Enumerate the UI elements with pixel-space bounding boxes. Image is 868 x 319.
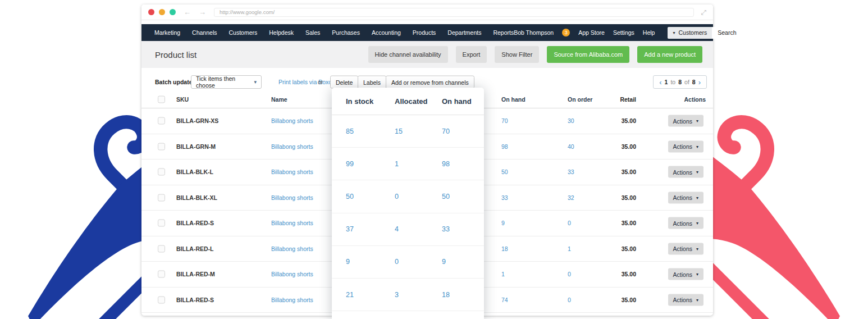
overlay-in-stock-value[interactable]: 85 [346, 127, 354, 135]
hide-channel-availability-button[interactable]: Hide channel availability [368, 46, 448, 63]
row-on-order-link[interactable]: 1 [568, 245, 571, 252]
overlay-on-hand-value[interactable]: 9 [442, 258, 446, 266]
nav-item-channels[interactable]: Channels [192, 29, 217, 36]
row-name-link[interactable]: Billabong shorts [271, 220, 313, 226]
nav-item-products[interactable]: Products [413, 29, 436, 36]
row-actions-button[interactable]: Actions▾ [668, 115, 703, 127]
overlay-on-hand-value[interactable]: 18 [442, 291, 450, 299]
row-checkbox[interactable] [158, 117, 165, 125]
batch-action-select[interactable]: Tick items then choose ▾ [191, 75, 262, 89]
row-checkbox[interactable] [158, 143, 165, 150]
overlay-in-stock-value[interactable]: 37 [346, 225, 354, 233]
add-remove-channels-button[interactable]: Add or remove from channels [386, 76, 474, 89]
overlay-on-hand-value[interactable]: 50 [442, 193, 450, 200]
back-arrow-icon[interactable]: ← [184, 8, 191, 16]
pagination-to: to [670, 79, 675, 85]
nav-item-settings[interactable]: Settings [613, 29, 634, 36]
overlay-in-stock-value[interactable]: 21 [346, 291, 354, 299]
row-checkbox[interactable] [158, 168, 165, 176]
row-checkbox[interactable] [158, 220, 165, 227]
show-filter-button[interactable]: Show Filter [495, 46, 539, 63]
overlay-allocated-value[interactable]: 3 [395, 291, 399, 299]
print-labels-link[interactable]: Print labels via Boxora [278, 79, 337, 85]
row-on-hand-link[interactable]: 1 [501, 271, 505, 277]
row-checkbox[interactable] [158, 194, 165, 201]
overlay-allocated-value[interactable]: 4 [395, 225, 399, 233]
notification-badge[interactable]: 3 [562, 29, 570, 37]
overlay-on-hand-value[interactable]: 70 [442, 127, 450, 135]
row-name-link[interactable]: Billabong shorts [271, 143, 313, 150]
row-checkbox[interactable] [158, 296, 165, 303]
overlay-in-stock-value[interactable]: 9 [346, 258, 350, 266]
chevron-right-icon[interactable]: › [698, 79, 701, 86]
row-on-hand-link[interactable]: 98 [501, 143, 508, 150]
source-from-alibaba-button[interactable]: Source from Alibaba.com [547, 46, 629, 63]
row-name-link[interactable]: Billabong shorts [271, 117, 313, 124]
row-name-link[interactable]: Billabong shorts [271, 194, 313, 201]
row-on-order-link[interactable]: 30 [568, 117, 574, 124]
overlay-in-stock-value[interactable]: 50 [346, 193, 354, 200]
row-checkbox[interactable] [158, 271, 165, 278]
overlay-on-hand-value[interactable]: 33 [442, 225, 450, 233]
overlay-on-hand-value[interactable]: 98 [442, 160, 450, 168]
overlay-allocated-value[interactable]: 0 [395, 258, 399, 266]
window-close-button[interactable] [148, 9, 154, 15]
nav-item-marketing[interactable]: Marketing [154, 29, 180, 36]
delete-button[interactable]: Delete [330, 76, 358, 89]
forward-arrow-icon[interactable]: → [199, 8, 206, 16]
pagination: ‹ 1 to 8 of 8 › [653, 75, 707, 89]
add-new-product-button[interactable]: Add a new product [637, 46, 702, 63]
row-name-link[interactable]: Billabong shorts [271, 297, 313, 303]
chevron-left-icon[interactable]: ‹ [659, 79, 661, 86]
row-actions-button[interactable]: Actions▾ [668, 166, 703, 178]
nav-item-departments[interactable]: Departments [447, 29, 481, 36]
row-actions-button[interactable]: Actions▾ [668, 268, 703, 280]
row-on-hand-link[interactable]: 33 [501, 194, 508, 201]
export-button[interactable]: Export [456, 46, 487, 63]
row-actions-button[interactable]: Actions▾ [668, 294, 703, 306]
overlay-allocated-value[interactable]: 1 [395, 160, 399, 168]
select-all-checkbox[interactable] [158, 96, 165, 103]
row-on-order-link[interactable]: 0 [568, 297, 571, 303]
nav-item-customers[interactable]: Customers [229, 29, 257, 36]
nav-item-accounting[interactable]: Accounting [372, 29, 401, 36]
row-on-hand-link[interactable]: 18 [501, 245, 508, 252]
row-on-hand-link[interactable]: 70 [501, 117, 508, 124]
nav-item-sales[interactable]: Sales [305, 29, 320, 36]
row-on-hand-link[interactable]: 9 [501, 220, 505, 226]
labels-button[interactable]: Labels [358, 76, 386, 89]
overlay-column-on-hand: On hand [442, 97, 472, 106]
window-zoom-button[interactable] [170, 9, 176, 15]
nav-item-app-store[interactable]: App Store [578, 29, 605, 36]
row-actions-button[interactable]: Actions▾ [668, 217, 703, 229]
url-bar[interactable]: http://www.google.com/ [214, 8, 694, 17]
row-name-link[interactable]: Billabong shorts [271, 245, 313, 252]
row-actions-button[interactable]: Actions▾ [668, 140, 703, 152]
row-name-link[interactable]: Billabong shorts [271, 271, 313, 277]
overlay-in-stock-value[interactable]: 99 [346, 160, 354, 168]
row-on-order-link[interactable]: 0 [568, 271, 571, 277]
overlay-allocated-value[interactable]: 0 [395, 193, 399, 200]
nav-item-help[interactable]: Help [643, 29, 655, 36]
row-retail: 35.00 [591, 143, 636, 150]
row-actions-button[interactable]: Actions▾ [668, 243, 703, 254]
row-on-order-link[interactable]: 33 [568, 168, 574, 175]
row-on-order-link[interactable]: 0 [568, 220, 571, 226]
overlay-allocated-value[interactable]: 15 [395, 127, 403, 135]
row-checkbox[interactable] [158, 245, 165, 252]
nav-item-helpdesk[interactable]: Helpdesk [269, 29, 294, 36]
row-on-order-link[interactable]: 32 [568, 194, 574, 201]
row-on-hand-link[interactable]: 74 [501, 297, 508, 303]
nav-item-purchases[interactable]: Purchases [332, 29, 360, 36]
row-on-order-link[interactable]: 40 [568, 143, 574, 150]
stock-detail-popover: In stock Allocated On hand 85 15 70 99 1… [332, 88, 484, 319]
row-on-hand-link[interactable]: 50 [501, 168, 508, 175]
search-input[interactable]: Search [712, 27, 769, 39]
expand-icon[interactable]: ⤢ [701, 8, 706, 16]
nav-item-reports[interactable]: Reports [493, 29, 514, 36]
row-actions-button[interactable]: Actions▾ [668, 192, 703, 203]
window-minimize-button[interactable] [159, 9, 165, 15]
user-menu[interactable]: Bob Thompson [514, 29, 554, 36]
row-name-link[interactable]: Billabong shorts [271, 168, 313, 175]
search-scope-dropdown[interactable]: ▾ Customers [668, 27, 712, 39]
